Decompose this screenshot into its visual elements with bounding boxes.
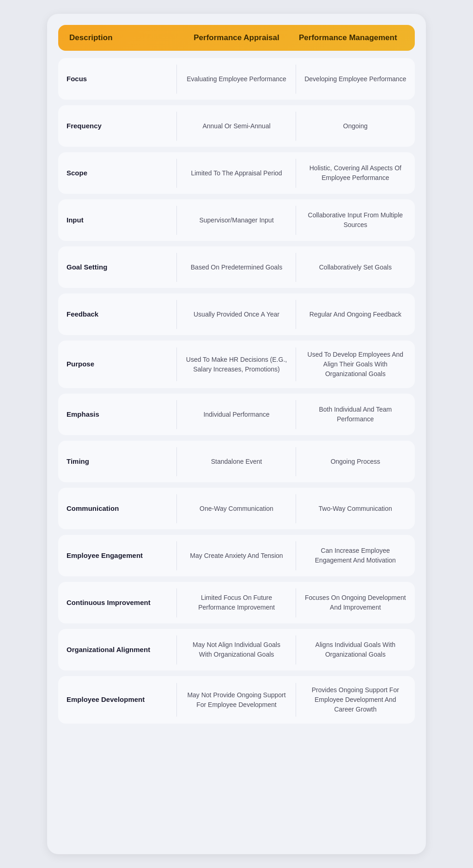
table-row: FrequencyAnnual Or Semi-AnnualOngoing bbox=[58, 105, 415, 147]
row-appraisal-13: May Not Provide Ongoing Support For Empl… bbox=[177, 676, 296, 724]
row-label-1: Frequency bbox=[58, 105, 177, 147]
row-management-2: Holistic, Covering All Aspects Of Employ… bbox=[296, 152, 415, 194]
row-label-8: Timing bbox=[58, 441, 177, 482]
row-label-6: Purpose bbox=[58, 341, 177, 388]
table-row: Goal SettingBased On Predetermined Goals… bbox=[58, 246, 415, 288]
table-body: FocusEvaluating Employee PerformanceDeve… bbox=[58, 58, 415, 724]
table-row: CommunicationOne-Way CommunicationTwo-Wa… bbox=[58, 488, 415, 529]
row-label-5: Feedback bbox=[58, 293, 177, 335]
table-row: Employee DevelopmentMay Not Provide Ongo… bbox=[58, 676, 415, 724]
row-label-9: Communication bbox=[58, 488, 177, 529]
table-row: Continuous ImprovementLimited Focus On F… bbox=[58, 582, 415, 623]
row-management-6: Used To Develop Employees And Align Thei… bbox=[296, 341, 415, 388]
table-row: ScopeLimited To The Appraisal PeriodHoli… bbox=[58, 152, 415, 194]
row-label-4: Goal Setting bbox=[58, 246, 177, 288]
table-row: FocusEvaluating Employee PerformanceDeve… bbox=[58, 58, 415, 100]
row-appraisal-2: Limited To The Appraisal Period bbox=[177, 152, 296, 194]
row-management-0: Developing Employee Performance bbox=[296, 58, 415, 100]
row-management-10: Can Increase Employee Engagement And Mot… bbox=[296, 535, 415, 576]
table-row: Organizational AlignmentMay Not Align In… bbox=[58, 629, 415, 670]
row-appraisal-4: Based On Predetermined Goals bbox=[177, 246, 296, 288]
row-management-8: Ongoing Process bbox=[296, 441, 415, 482]
row-appraisal-3: Supervisor/Manager Input bbox=[177, 199, 296, 241]
row-management-5: Regular And Ongoing Feedback bbox=[296, 293, 415, 335]
row-appraisal-10: May Create Anxiety And Tension bbox=[177, 535, 296, 576]
row-appraisal-11: Limited Focus On Future Performance Impr… bbox=[177, 582, 296, 623]
table-header: Description Performance Appraisal Perfor… bbox=[58, 25, 415, 51]
row-label-3: Input bbox=[58, 199, 177, 241]
row-management-11: Focuses On Ongoing Development And Impro… bbox=[296, 582, 415, 623]
row-management-3: Collaborative Input From Multiple Source… bbox=[296, 199, 415, 241]
table-row: TimingStandalone EventOngoing Process bbox=[58, 441, 415, 482]
row-management-7: Both Individual And Team Performance bbox=[296, 394, 415, 435]
main-container: Description Performance Appraisal Perfor… bbox=[47, 14, 426, 854]
row-appraisal-8: Standalone Event bbox=[177, 441, 296, 482]
row-appraisal-5: Usually Provided Once A Year bbox=[177, 293, 296, 335]
table-row: InputSupervisor/Manager InputCollaborati… bbox=[58, 199, 415, 241]
row-appraisal-12: May Not Align Individual Goals With Orga… bbox=[177, 629, 296, 670]
header-appraisal: Performance Appraisal bbox=[181, 33, 292, 42]
row-label-10: Employee Engagement bbox=[58, 535, 177, 576]
table-row: FeedbackUsually Provided Once A YearRegu… bbox=[58, 293, 415, 335]
table-row: PurposeUsed To Make HR Decisions (E.G., … bbox=[58, 341, 415, 388]
row-label-13: Employee Development bbox=[58, 676, 177, 724]
table-row: Employee EngagementMay Create Anxiety An… bbox=[58, 535, 415, 576]
row-label-11: Continuous Improvement bbox=[58, 582, 177, 623]
row-management-4: Collaboratively Set Goals bbox=[296, 246, 415, 288]
row-management-9: Two-Way Communication bbox=[296, 488, 415, 529]
row-appraisal-6: Used To Make HR Decisions (E.G., Salary … bbox=[177, 341, 296, 388]
row-appraisal-9: One-Way Communication bbox=[177, 488, 296, 529]
row-label-2: Scope bbox=[58, 152, 177, 194]
row-label-0: Focus bbox=[58, 58, 177, 100]
row-management-13: Provides Ongoing Support For Employee De… bbox=[296, 676, 415, 724]
row-appraisal-7: Individual Performance bbox=[177, 394, 296, 435]
row-management-12: Aligns Individual Goals With Organizatio… bbox=[296, 629, 415, 670]
header-description: Description bbox=[69, 33, 181, 42]
row-appraisal-0: Evaluating Employee Performance bbox=[177, 58, 296, 100]
header-management: Performance Management bbox=[292, 33, 404, 42]
row-appraisal-1: Annual Or Semi-Annual bbox=[177, 105, 296, 147]
row-management-1: Ongoing bbox=[296, 105, 415, 147]
row-label-7: Emphasis bbox=[58, 394, 177, 435]
table-row: EmphasisIndividual PerformanceBoth Indiv… bbox=[58, 394, 415, 435]
row-label-12: Organizational Alignment bbox=[58, 629, 177, 670]
